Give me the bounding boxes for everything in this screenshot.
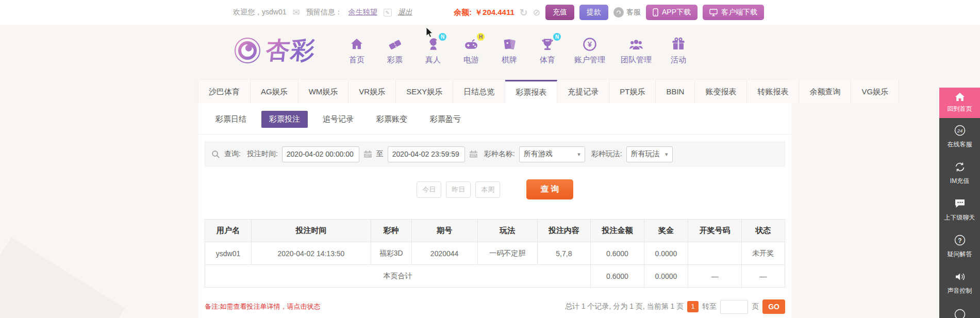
top-account-bar: 欢迎您，ysdw01 ✉ 预留信息： 余生独望 ✎ 退出 余额: ￥204.44… xyxy=(0,0,980,25)
gamepad-icon xyxy=(463,37,479,52)
nav-item-lottery[interactable]: 彩票 xyxy=(384,37,406,65)
yesterday-button[interactable]: 昨日 xyxy=(446,181,471,198)
rail-item-faq[interactable]: ? 疑问解答 xyxy=(939,228,980,264)
col-bet-content: 投注内容 xyxy=(537,220,591,242)
tab-account-change-report[interactable]: 账变报表 xyxy=(695,80,747,103)
tab-ag[interactable]: AG娱乐 xyxy=(251,80,298,103)
table-summary-row: 本页合计 0.6000 0.0000 — — xyxy=(205,265,785,288)
col-play: 玩法 xyxy=(477,220,537,242)
reserved-info-label: 预留信息： xyxy=(306,8,342,17)
note-text: 备注:如需查看投注单详情，请点击状态 xyxy=(205,302,321,311)
refresh-balance-icon[interactable]: ↻ xyxy=(520,8,528,18)
hot-badge: H xyxy=(477,33,485,41)
site-logo[interactable]: 杏彩 xyxy=(233,35,315,66)
tab-shaba-sports[interactable]: 沙巴体育 xyxy=(198,80,251,103)
monitor-icon xyxy=(709,9,718,16)
col-bet-time: 投注时间 xyxy=(252,220,371,242)
search-button[interactable]: 查 询 xyxy=(526,179,573,199)
col-draw-number: 开奖号码 xyxy=(688,220,742,242)
mail-icon[interactable]: ✉ xyxy=(292,8,300,17)
query-label: 查询: xyxy=(224,149,241,159)
summary-draw-dash: — xyxy=(688,265,742,288)
nav-item-team[interactable]: 团队管理 xyxy=(621,37,652,65)
rail-item-online-service[interactable]: 24 在线客服 xyxy=(939,118,980,155)
cell-status-link[interactable]: 未开奖 xyxy=(741,242,785,265)
cell-prize: 0.0000 xyxy=(644,242,688,265)
cell-bet-amount: 0.6000 xyxy=(591,242,644,265)
cell-bet-time: 2020-04-02 14:13:50 xyxy=(252,242,371,265)
ticket-icon xyxy=(387,37,403,52)
nav-item-boardgames[interactable]: 棋牌 xyxy=(498,37,521,65)
rail-item-partial[interactable] xyxy=(939,302,980,318)
nav-item-home[interactable]: 首页 xyxy=(345,37,368,65)
subtab-lottery-account-change[interactable]: 彩票账变 xyxy=(369,111,415,128)
game-select[interactable]: 所有游戏 ▾ xyxy=(519,146,585,162)
calendar-icon[interactable] xyxy=(363,150,372,158)
tab-deposit-withdraw-records[interactable]: 充提记录 xyxy=(557,80,609,103)
tab-wm[interactable]: WM娱乐 xyxy=(298,80,349,103)
pagination-summary: 总计 1 个记录, 分为 1 页, 当前第 1 页 xyxy=(565,302,684,311)
client-download-button[interactable]: 客户端下载 xyxy=(703,5,764,20)
bet-time-from-input[interactable] xyxy=(282,146,359,162)
col-prize: 奖金 xyxy=(644,220,688,242)
tab-vr[interactable]: VR娱乐 xyxy=(348,80,396,103)
summary-bet-amount: 0.6000 xyxy=(591,265,644,288)
sub-tab-strip: 彩票日结 彩票投注 追号记录 彩票账变 彩票盈亏 xyxy=(198,103,791,135)
customer-service-label: 客服 xyxy=(626,8,641,17)
this-week-button[interactable]: 本周 xyxy=(475,181,500,198)
cell-username: ysdw01 xyxy=(205,242,252,265)
cell-issue: 2020044 xyxy=(411,242,477,265)
bet-time-to-input[interactable] xyxy=(388,146,465,162)
calendar-icon[interactable] xyxy=(469,150,478,158)
col-username: 用户名 xyxy=(205,220,252,242)
nav-item-sports[interactable]: N 体育 xyxy=(536,37,559,65)
svg-text:?: ? xyxy=(958,237,961,244)
im-recharge-icon xyxy=(954,161,966,173)
report-tab-strip: 沙巴体育 AG娱乐 WM娱乐 VR娱乐 SEXY娱乐 日结总览 彩票报表 充提记… xyxy=(198,80,791,103)
tab-transfer-report[interactable]: 转账报表 xyxy=(747,80,799,103)
subtab-lottery-profit-loss[interactable]: 彩票盈亏 xyxy=(422,111,469,128)
tab-sexy[interactable]: SEXY娱乐 xyxy=(396,80,453,103)
nav-item-egames[interactable]: H 电游 xyxy=(460,37,483,65)
gift-icon xyxy=(671,37,686,52)
tab-vg[interactable]: VG娱乐 xyxy=(851,80,899,103)
deposit-button[interactable]: 充值 xyxy=(545,5,574,20)
nav-item-promotions[interactable]: 活动 xyxy=(667,37,690,65)
svg-text:¥: ¥ xyxy=(588,40,592,48)
withdraw-button[interactable]: 提款 xyxy=(579,5,608,20)
phone-icon xyxy=(653,8,658,16)
balance-label: 余额: xyxy=(454,8,472,18)
nav-item-live[interactable]: N 真人 xyxy=(422,37,444,65)
customer-service-link[interactable]: 客服 xyxy=(613,7,641,18)
hide-balance-icon[interactable]: ⊘ xyxy=(533,8,540,17)
tab-bbin[interactable]: BBIN xyxy=(656,80,695,103)
reserved-info-link[interactable]: 余生独望 xyxy=(348,8,377,17)
goto-page-input[interactable] xyxy=(720,300,748,314)
rail-item-chat[interactable]: 上下级聊天 xyxy=(939,191,980,228)
edit-icon[interactable]: ✎ xyxy=(384,9,392,16)
subtab-lottery-daily[interactable]: 彩票日结 xyxy=(208,111,254,128)
current-page-badge[interactable]: 1 xyxy=(687,301,699,312)
rail-item-im-recharge[interactable]: IM充值 xyxy=(939,155,980,191)
logout-link[interactable]: 退出 xyxy=(398,8,412,17)
balance-value: ￥204.4411 xyxy=(475,8,514,18)
headset-icon xyxy=(613,7,624,18)
play-select[interactable]: 所有玩法 ▾ xyxy=(626,146,673,162)
tab-daily-overview[interactable]: 日结总览 xyxy=(453,80,505,103)
nav-item-account[interactable]: ¥ 账户管理 xyxy=(574,37,605,65)
logo-text: 杏彩 xyxy=(264,35,318,66)
today-button[interactable]: 今日 xyxy=(417,181,441,198)
chevron-down-icon: ▾ xyxy=(665,151,668,158)
subtab-chase-records[interactable]: 追号记录 xyxy=(315,111,361,128)
tab-lottery-report[interactable]: 彩票报表 xyxy=(505,80,557,103)
rail-item-sound[interactable]: 声音控制 xyxy=(939,264,980,301)
subtab-lottery-bets[interactable]: 彩票投注 xyxy=(261,111,308,128)
coin-icon: ¥ xyxy=(582,37,597,52)
tab-pt[interactable]: PT娱乐 xyxy=(609,80,656,103)
app-download-button[interactable]: APP下载 xyxy=(646,5,697,20)
go-button[interactable]: GO xyxy=(762,299,785,314)
query-bar: 查询: 投注时间: 至 彩种名称: 所有游戏 ▾ 彩种玩法: 所有玩法 ▾ xyxy=(205,142,785,166)
tab-balance-inquiry[interactable]: 余额查询 xyxy=(799,80,851,103)
back-to-home-button[interactable]: 回到首页 xyxy=(939,88,980,118)
cell-play: 一码不定胆 xyxy=(477,242,537,265)
